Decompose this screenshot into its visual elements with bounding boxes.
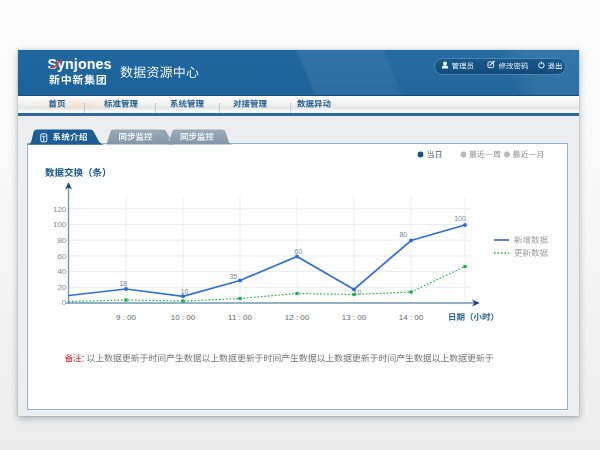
svg-text:10: 10: [181, 288, 189, 295]
svg-text:14 : 00: 14 : 00: [399, 313, 424, 322]
svg-text:40: 40: [57, 267, 66, 276]
svg-text:35: 35: [229, 273, 237, 280]
svg-text:9 : 00: 9 : 00: [116, 313, 137, 322]
svg-text:13 : 00: 13 : 00: [342, 313, 367, 322]
svg-text:10 : 00: 10 : 00: [171, 313, 196, 322]
svg-text:80: 80: [57, 236, 66, 245]
svg-text:120: 120: [53, 205, 67, 214]
svg-text:11 : 00: 11 : 00: [228, 313, 252, 322]
svg-text:20: 20: [57, 283, 66, 292]
svg-text:10: 10: [354, 289, 362, 296]
svg-text:60: 60: [57, 252, 66, 261]
svg-text:100: 100: [454, 215, 466, 222]
svg-text:12 : 00: 12 : 00: [285, 313, 310, 322]
svg-text:18: 18: [119, 280, 127, 287]
svg-text:100: 100: [53, 220, 67, 229]
svg-text:60: 60: [295, 248, 303, 255]
svg-text:80: 80: [399, 231, 407, 238]
svg-text:0: 0: [62, 298, 67, 307]
